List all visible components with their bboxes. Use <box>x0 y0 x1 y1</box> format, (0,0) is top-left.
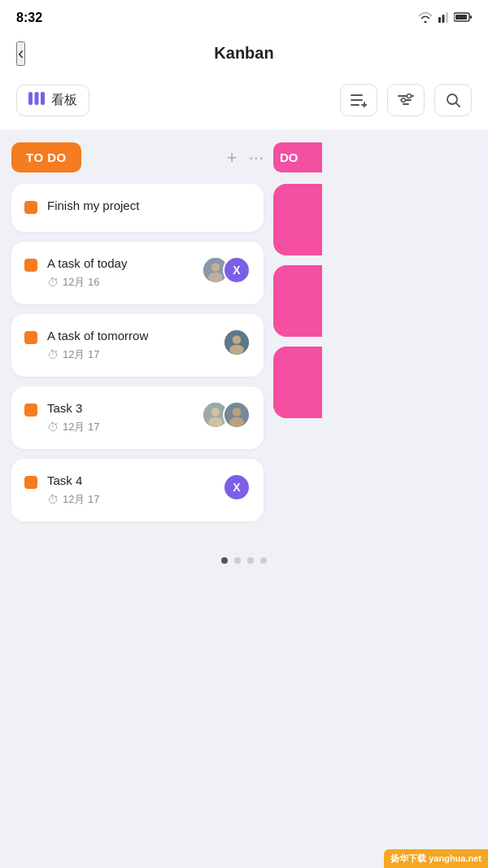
svg-rect-8 <box>41 92 45 105</box>
card-body: Task 4 ⏱ 12月 17 <box>47 473 213 507</box>
svg-rect-6 <box>28 92 33 105</box>
svg-rect-5 <box>470 15 472 19</box>
column-done-label: DO <box>273 142 322 172</box>
watermark: 扬华下载 yanghua.net <box>384 849 488 868</box>
status-bar: 8:32 <box>0 0 488 33</box>
card-task-today[interactable]: A task of today ⏱ 12月 16 X <box>11 242 264 304</box>
card-title: A task of today <box>47 256 192 270</box>
battery-icon <box>454 12 472 24</box>
card-task-3[interactable]: Task 3 ⏱ 12月 17 <box>11 386 264 449</box>
column-todo-label: TO DO <box>11 142 81 172</box>
avatar-face-2 <box>223 329 251 356</box>
board-area: TO DO + ··· Finish my project A task of … <box>0 129 488 544</box>
column-todo: TO DO + ··· Finish my project A task of … <box>11 142 264 531</box>
toolbar: 看板 <box>0 74 488 129</box>
clock-icon: ⏱ <box>47 421 59 434</box>
view-label: 看板 <box>51 92 77 109</box>
card-meta: ⏱ 12月 16 <box>47 275 192 290</box>
back-button[interactable]: ‹ <box>16 41 25 66</box>
status-icons <box>418 11 472 26</box>
page-dot-1[interactable] <box>221 557 228 564</box>
card-body: Finish my project <box>47 198 251 217</box>
card-priority-dot <box>24 476 37 489</box>
avatar-face-4 <box>223 401 251 429</box>
svg-rect-0 <box>438 17 441 23</box>
clock-icon: ⏱ <box>47 276 59 289</box>
page-dot-3[interactable] <box>247 557 254 564</box>
status-time: 8:32 <box>16 11 42 25</box>
card-priority-dot <box>24 201 37 214</box>
card-meta: ⏱ 12月 17 <box>47 492 213 507</box>
avatar-x-2: X <box>223 473 251 501</box>
card-title: Task 4 <box>47 473 213 487</box>
svg-point-25 <box>233 335 242 344</box>
card-avatars <box>202 401 251 429</box>
card-date: 12月 16 <box>63 275 100 290</box>
card-done-partial-3 <box>273 347 322 418</box>
svg-rect-4 <box>455 15 467 20</box>
svg-point-29 <box>208 417 223 427</box>
card-title: A task of tomorrow <box>47 329 213 342</box>
avatar-x-1: X <box>223 256 251 284</box>
card-done-partial-1 <box>273 184 322 255</box>
svg-point-31 <box>233 408 242 417</box>
card-body: A task of today ⏱ 12月 16 <box>47 256 192 290</box>
svg-rect-7 <box>35 92 39 105</box>
svg-point-17 <box>407 94 412 98</box>
filter-button[interactable] <box>387 84 425 116</box>
svg-point-28 <box>211 408 220 417</box>
card-avatars: X <box>202 256 251 284</box>
card-finish-project[interactable]: Finish my project <box>11 184 264 232</box>
wifi-icon <box>418 11 433 25</box>
page-title: Kanban <box>214 44 273 63</box>
search-button[interactable] <box>434 84 472 116</box>
card-meta: ⏱ 12月 17 <box>47 420 192 434</box>
svg-point-23 <box>208 273 223 282</box>
card-title: Task 3 <box>47 401 192 415</box>
clock-icon: ⏱ <box>47 493 59 506</box>
card-priority-dot <box>24 259 37 272</box>
card-task-4[interactable]: Task 4 ⏱ 12月 17 X <box>11 459 264 521</box>
svg-line-20 <box>456 103 460 107</box>
add-list-button[interactable] <box>340 84 377 116</box>
card-avatars <box>223 329 251 356</box>
page-dots <box>0 544 488 574</box>
card-date: 12月 17 <box>63 420 100 434</box>
svg-point-26 <box>229 345 244 355</box>
add-card-button[interactable]: + <box>227 147 237 168</box>
card-title: Finish my project <box>47 198 251 212</box>
page-dot-4[interactable] <box>260 557 267 564</box>
view-switcher-button[interactable]: 看板 <box>16 85 89 116</box>
svg-point-22 <box>211 263 220 272</box>
svg-point-19 <box>447 94 457 104</box>
header: ‹ Kanban <box>0 33 488 74</box>
svg-point-18 <box>402 98 406 103</box>
column-todo-header: TO DO + ··· <box>11 142 264 172</box>
clock-icon: ⏱ <box>47 348 59 361</box>
kanban-view-icon <box>28 92 45 109</box>
sim-icon <box>438 11 449 26</box>
svg-rect-1 <box>442 15 445 23</box>
svg-point-32 <box>229 417 244 427</box>
card-task-tomorrow[interactable]: A task of tomorrow ⏱ 12月 17 <box>11 314 264 377</box>
column-done-partial: DO <box>273 142 322 531</box>
card-priority-dot <box>24 403 37 417</box>
card-meta: ⏱ 12月 17 <box>47 347 213 362</box>
card-date: 12月 17 <box>63 492 100 507</box>
card-body: Task 3 ⏱ 12月 17 <box>47 401 192 434</box>
svg-rect-2 <box>446 12 448 23</box>
card-done-partial-2 <box>273 265 322 337</box>
page-dot-2[interactable] <box>234 557 241 564</box>
more-options-button[interactable]: ··· <box>249 147 264 168</box>
card-date: 12月 17 <box>63 347 100 362</box>
card-avatars: X <box>223 473 251 501</box>
column-todo-actions: + ··· <box>227 147 264 168</box>
card-body: A task of tomorrow ⏱ 12月 17 <box>47 329 213 362</box>
card-priority-dot <box>24 331 37 344</box>
